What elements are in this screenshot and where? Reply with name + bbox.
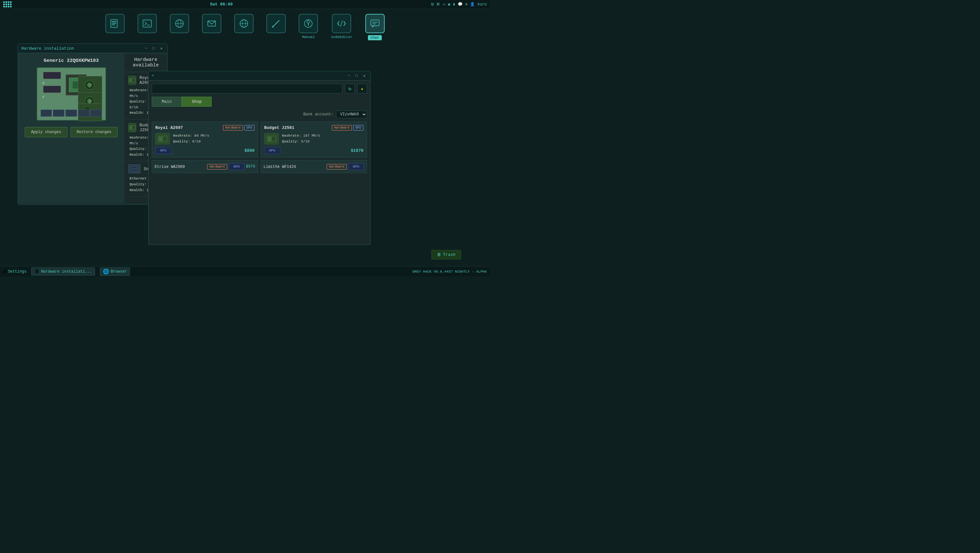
hw-install-app-label: Hardware installati... (41, 269, 92, 274)
shop-bottom-tags-2: Hardware GPU (327, 163, 364, 170)
shop-bottom-item-left-2: Limithk WF1424 (264, 164, 296, 169)
bank-account-select[interactable]: VIzvHWk0 (336, 110, 367, 118)
shop-item-header-1: Royal A2697 Hardware GPU (155, 125, 255, 131)
shop-gpu-button-4[interactable]: GPU (348, 163, 364, 170)
shop-item-body-2: Hashrate: 187 Mh/s Quality: 5/10 (264, 133, 363, 144)
desktop-app-terminal[interactable] (138, 14, 157, 40)
shop-item-price-2: $1870 (351, 148, 363, 153)
svg-rect-35 (159, 137, 163, 141)
shop-item-img-2 (264, 133, 278, 144)
shop-search-input[interactable] (152, 84, 342, 94)
shop-item-tags-2: Hardware GPU (332, 125, 363, 131)
desktop-app-files[interactable] (105, 14, 125, 40)
pcie-slot-1 (43, 72, 61, 79)
pcie-slot-2 (43, 86, 61, 93)
tab-main[interactable]: Main (152, 97, 182, 107)
svg-rect-30 (132, 167, 137, 171)
shop-item-tags-1: Hardware GPU (223, 125, 255, 131)
svg-point-37 (164, 138, 165, 140)
chat-icon: 💬 (458, 2, 463, 7)
ram-slot-2 (53, 110, 64, 117)
mail-icon (202, 14, 221, 33)
desktop-icons-bar: Manual CodeEditor Chat (0, 9, 490, 43)
shop-bottom-items: Etrise WA2909 Hardware GPU $970 Limithk … (152, 160, 367, 173)
shop-gpu-button-3[interactable]: GPU (228, 163, 245, 170)
trash-icon: 🗑 (437, 252, 441, 257)
desktop-app-mail[interactable] (202, 14, 221, 40)
hw-install-icon: 🖥 (34, 268, 39, 274)
desktop-app-editor[interactable] (266, 14, 286, 40)
ram-slot-5 (91, 110, 102, 117)
ram-slot-1 (41, 110, 52, 117)
svg-line-13 (273, 20, 279, 27)
svg-line-18 (340, 21, 342, 26)
close-button[interactable]: ✕ (159, 46, 164, 51)
shop-minimize-button[interactable]: − (346, 73, 352, 78)
shop-titlebar: × − □ ✕ (148, 71, 370, 81)
ram-slot-4 (78, 110, 89, 117)
shop-gpu-button-2[interactable]: GPU (264, 147, 280, 154)
svg-rect-24 (129, 79, 132, 81)
hw-install-window: Hardware installation − □ ✕ Generic 22QO… (18, 43, 167, 205)
taskbar-app-browser[interactable]: 🌐 Browser (100, 268, 130, 276)
shop-item-limithk: Limithk WF1424 Hardware GPU (261, 160, 367, 173)
manual-label: Manual (302, 35, 315, 39)
layers-icon: ⧉ (431, 2, 434, 7)
grid-icon[interactable] (3, 1, 11, 7)
svg-rect-3 (112, 24, 115, 25)
hw-item-icon-2 (128, 123, 136, 132)
desktop-app-browser1[interactable] (170, 14, 189, 40)
restore-changes-button[interactable]: Restore changes (70, 127, 118, 137)
shop-bottom-tags-1: Hardware GPU $970 (207, 163, 255, 170)
svg-point-25 (132, 79, 134, 81)
trash-button[interactable]: 🗑 Trash (431, 250, 461, 260)
shop-refresh-button[interactable]: ↻ (345, 84, 355, 94)
codeeditor-label: CodeEditor (331, 35, 352, 39)
svg-rect-19 (371, 20, 379, 26)
shop-item-img-1 (155, 133, 170, 144)
taskbar-app-hw-install[interactable]: 🖥 Hardware installati... (31, 268, 95, 276)
maximize-button[interactable]: □ (151, 46, 156, 51)
tab-shop[interactable]: Shop (182, 97, 212, 107)
shop-bank-row: Bank account: VIzvHWk0 (152, 110, 367, 118)
shop-stat-hashrate-2: Hashrate: 187 Mh/s (282, 133, 363, 139)
apply-changes-button[interactable]: Apply changes (25, 127, 67, 137)
manual-icon (299, 14, 318, 33)
tag-gpu-1: GPU (244, 125, 255, 131)
shop-close-button[interactable]: ✕ (362, 73, 367, 78)
shop-items-grid: Royal A2697 Hardware GPU (152, 121, 367, 158)
ram-slots (41, 110, 102, 117)
ram-slot-3 (65, 110, 77, 117)
browser1-icon (170, 14, 189, 33)
hw-install-title: Hardware installation (21, 46, 74, 51)
shop-body: ↻ ★ Main Shop Bank account: VIzvHWk0 (148, 81, 370, 176)
shop-close-hint: × (152, 74, 154, 78)
minimize-button[interactable]: − (143, 46, 148, 51)
settings-gear-icon: ⚙ (3, 268, 6, 275)
svg-rect-27 (130, 126, 132, 129)
settings-label: Settings (8, 269, 27, 274)
shop-stat-hashrate-1: Hashrate: 88 Mh/s (173, 133, 255, 139)
shop-gpu-button-1[interactable]: GPU (155, 147, 172, 154)
shop-maximize-button[interactable]: □ (354, 73, 359, 78)
terminal-icon (138, 14, 157, 33)
shop-bottom-price-1: $970 (246, 164, 255, 169)
desktop-app-codeeditor[interactable]: CodeEditor (331, 14, 352, 40)
svg-marker-20 (372, 26, 375, 28)
hw-install-titlebar: Hardware installation − □ ✕ (18, 44, 167, 53)
shop-favorite-button[interactable]: ★ (357, 84, 367, 94)
desktop-app-chat[interactable]: Chat (365, 14, 385, 40)
svg-point-16 (307, 21, 310, 23)
svg-rect-1 (112, 21, 116, 22)
clock: Sat 06:49 (210, 2, 232, 7)
tag-hardware-2: Hardware (332, 125, 352, 131)
power-plug-2: ⚡ (42, 94, 45, 100)
system-tray: ⧉ ⛨ ▭ ◉ ▮ 💬 ≋ 👤 kuro (431, 2, 487, 7)
shop-item-royal-a2697: Royal A2697 Hardware GPU (152, 121, 258, 158)
taskbar-settings[interactable]: ⚙ Settings (3, 268, 26, 275)
tag-hardware-1: Hardware (223, 125, 243, 131)
desktop-app-browser2[interactable] (234, 14, 253, 40)
shop-search-row: ↻ ★ (152, 84, 367, 94)
desktop-app-manual[interactable]: Manual (299, 14, 318, 40)
hw-available-title: Hardware available (124, 53, 167, 72)
